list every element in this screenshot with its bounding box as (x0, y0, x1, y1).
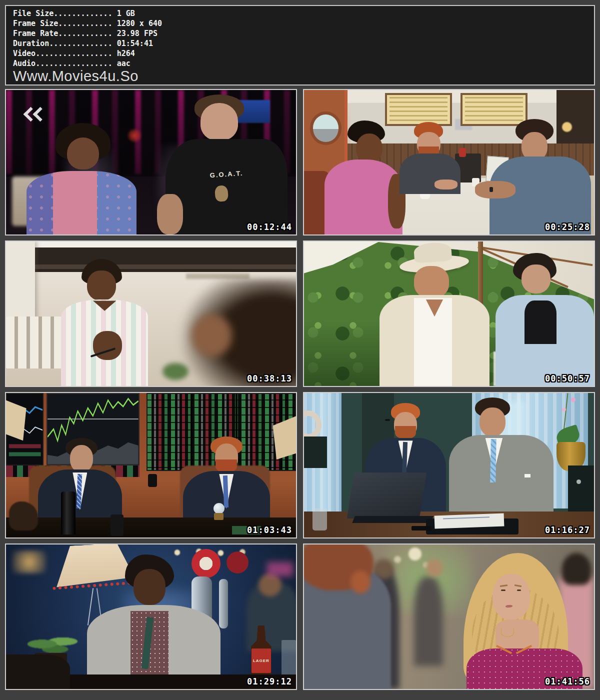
background-patron-head (258, 574, 282, 596)
double-chevron-sign (24, 106, 48, 124)
scene-party (304, 544, 594, 689)
white-document (434, 513, 504, 528)
beer-badge-dark (226, 552, 248, 574)
bokeh-warm (12, 550, 47, 574)
video-codec-line: Video................. h264 (13, 48, 587, 58)
screenshot-thumb-7: LAGER 01:29:12 (5, 544, 297, 690)
duration-line: Duration.............. 01:54:41 (13, 38, 587, 48)
scene-trading-office (6, 393, 296, 538)
string-light-bokeh (394, 556, 401, 563)
railing-slats (6, 316, 67, 368)
man-face (134, 569, 166, 605)
gold-necklace (501, 628, 514, 637)
red-lamp-glow (128, 129, 141, 142)
background-guest-bald (426, 559, 444, 576)
watch (490, 187, 493, 192)
man-face (87, 270, 116, 301)
timestamp: 00:25:28 (545, 222, 590, 232)
site-watermark: Www.Movies4u.So (13, 68, 587, 84)
menu-lines (465, 96, 523, 121)
efron-face-2 (480, 408, 506, 436)
timestamp: 01:03:43 (247, 525, 292, 535)
efron-blue-striped-tie (490, 439, 496, 482)
file-size-line: File Size............. 1 GB (13, 8, 587, 18)
frame-size-line: Frame Size............ 1280 x 640 (13, 18, 587, 28)
screenshot-thumb-6: 01:16:27 (303, 392, 595, 538)
thermos (61, 492, 76, 535)
string-light-bokeh (408, 548, 422, 560)
scene-bar: LAGER (6, 544, 296, 689)
left-man-shirt-pattern (26, 171, 136, 234)
timestamp: 01:29:12 (247, 676, 292, 686)
orchid-bloom (571, 398, 576, 402)
door-handle (385, 419, 390, 421)
ketchup (459, 148, 466, 157)
foreground-skin-blur (192, 314, 232, 358)
bar-counter-curve (6, 654, 70, 689)
phone-on-table (412, 526, 432, 530)
background-guest-dark-hair (562, 553, 591, 585)
menu-lines (390, 96, 448, 121)
friend-black-tee (524, 300, 556, 344)
center-man-hands (434, 180, 458, 190)
right-man-arms (475, 181, 516, 198)
globe-trophy-base (214, 513, 224, 520)
ginger-man-beard (395, 426, 416, 439)
media-info-panel: File Size............. 1 GB Frame Size..… (5, 5, 595, 86)
man-hands-clasped (93, 331, 122, 360)
friend-face (522, 264, 550, 294)
timestamp: 01:41:56 (545, 676, 590, 686)
beer-bottle-label: LAGER (252, 648, 270, 673)
woman-eye (517, 590, 521, 591)
screenshot-thumb-5: 01:03:43 (5, 392, 297, 538)
thumbnail-grid: G.O.A.T. 00:12:44 (5, 89, 595, 690)
frame-rate-line: Frame Rate............ 23.98 FPS (13, 28, 587, 38)
screenshot-thumb-4: 00:50:57 (303, 240, 595, 387)
scene-interior (6, 242, 296, 386)
laptop-screen (346, 472, 426, 518)
efron-face (70, 445, 93, 472)
right-man-arm (157, 194, 183, 234)
timestamp: 01:16:27 (545, 525, 590, 535)
scene-nightclub: G.O.A.T. (6, 90, 296, 234)
screenshot-sheet: File Size............. 1 GB Frame Size..… (0, 0, 600, 700)
beer-badge-red (192, 549, 220, 578)
mezzanine-rail (26, 264, 296, 269)
audio-codec-line: Audio................. aac (13, 58, 587, 68)
speaker-cup (110, 514, 124, 536)
woman-face (492, 574, 530, 620)
colleague-beard (216, 460, 237, 472)
white-column (6, 242, 35, 326)
screenshot-thumb-2: 00:25:28 (303, 89, 595, 236)
globe-lamp (562, 122, 572, 132)
lamp-wire-stand (88, 588, 94, 626)
ceiling-fixture (186, 274, 250, 280)
timestamp: 00:50:57 (545, 374, 590, 384)
sideboard-left (304, 436, 327, 468)
right-man-face (200, 103, 238, 140)
pocket-square (524, 474, 530, 478)
timestamp: 00:38:13 (247, 374, 292, 384)
timestamp: 00:12:44 (247, 222, 292, 232)
lager-label-text: LAGER (253, 659, 270, 663)
screenshot-thumb-3: 00:38:13 (5, 240, 297, 387)
laptop-base (352, 516, 433, 523)
left-man-face (67, 138, 99, 170)
pink-neon-blur (267, 562, 293, 576)
beer-tap-thin (219, 579, 228, 628)
goat-graphic (214, 185, 228, 202)
water-glass (312, 508, 327, 530)
woman-eye (501, 590, 506, 591)
screenshot-thumb-8: 01:41:56 (303, 544, 595, 690)
globe-trophy (214, 503, 224, 514)
scene-meeting-room (304, 393, 594, 538)
background-guest (414, 576, 443, 666)
right-man-torso (166, 139, 288, 234)
scene-garden (304, 242, 594, 386)
camera-device (148, 474, 157, 487)
cena-face (414, 266, 449, 298)
scene-diner (304, 90, 594, 234)
screenshot-thumb-1: G.O.A.T. 00:12:44 (5, 89, 297, 236)
porthole-window (310, 112, 342, 144)
